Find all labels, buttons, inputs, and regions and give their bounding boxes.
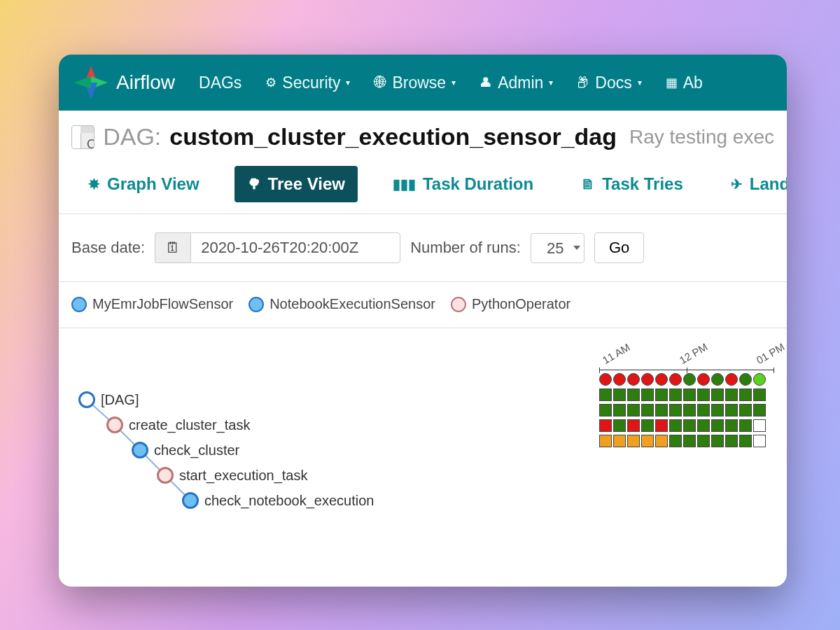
status-cell[interactable] (711, 388, 724, 401)
status-cell[interactable] (739, 419, 752, 432)
status-cell[interactable] (669, 373, 682, 386)
status-cell[interactable] (613, 435, 626, 447)
status-cell[interactable] (599, 404, 612, 416)
legend-label: PythonOperator (472, 296, 570, 312)
status-cell[interactable] (669, 435, 682, 447)
status-cell[interactable] (655, 419, 668, 432)
status-cell[interactable] (711, 373, 724, 386)
status-cell[interactable] (725, 373, 738, 386)
status-cell[interactable] (697, 388, 710, 401)
status-cell[interactable] (641, 373, 654, 386)
task-dot-icon (182, 492, 199, 509)
status-cell[interactable] (599, 419, 612, 432)
status-cell[interactable] (753, 388, 766, 401)
status-cell[interactable] (627, 373, 640, 386)
status-cell[interactable] (697, 373, 710, 386)
status-cell[interactable] (669, 388, 682, 401)
nav-about[interactable]: ▦ Ab (666, 74, 703, 92)
status-cell[interactable] (711, 419, 724, 432)
tab-task-tries[interactable]: 🗎 Task Tries (568, 166, 696, 202)
status-cell[interactable] (739, 373, 752, 386)
legend-label: NotebookExecutionSensor (270, 296, 435, 312)
status-cell[interactable] (599, 435, 612, 447)
tab-tries-label: Task Tries (602, 174, 683, 194)
bar-chart-icon: ▮▮▮ (393, 176, 416, 192)
tab-landing-times[interactable]: ✈︎ Landing Times (718, 166, 787, 202)
tab-landing-label: Landing Times (750, 174, 787, 194)
status-cell[interactable] (725, 419, 738, 432)
tree-node-label: start_execution_task (179, 468, 307, 484)
time-tick: 11 AM (601, 356, 607, 366)
legend-swatch (248, 297, 264, 312)
status-cell[interactable] (697, 435, 710, 447)
status-cell[interactable] (669, 419, 682, 432)
status-cell[interactable] (641, 388, 654, 401)
status-cell[interactable] (753, 373, 766, 386)
status-cell[interactable] (669, 404, 682, 416)
num-runs-select[interactable]: 25 (531, 233, 584, 263)
status-cell[interactable] (641, 419, 654, 432)
tree-node[interactable]: check_notebook_execution (182, 492, 374, 509)
status-cell[interactable] (655, 404, 668, 416)
tree-node[interactable]: start_execution_task (157, 467, 307, 484)
status-cell[interactable] (613, 373, 626, 386)
chevron-down-icon: ▾ (346, 78, 350, 88)
status-cell[interactable] (683, 373, 696, 386)
tree-node[interactable]: check_cluster (132, 442, 239, 458)
status-cell[interactable] (739, 388, 752, 401)
base-date-input[interactable] (190, 232, 400, 263)
status-cell[interactable] (599, 373, 612, 386)
tab-graph-label: Graph View (107, 174, 200, 194)
page: Off DAG: custom_cluster_execution_sensor… (59, 111, 787, 538)
status-cell[interactable] (627, 404, 640, 416)
status-cell[interactable] (725, 404, 738, 416)
calendar-icon[interactable]: 🗓︎ (155, 232, 190, 263)
legend-label: MyEmrJobFlowSensor (92, 296, 233, 312)
nav-admin[interactable]: 👤︎ Admin ▾ (479, 74, 553, 92)
status-cell[interactable] (627, 388, 640, 401)
status-cell[interactable] (641, 435, 654, 447)
status-cell[interactable] (683, 419, 696, 432)
status-cell[interactable] (697, 419, 710, 432)
status-cell[interactable] (697, 404, 710, 416)
status-cell[interactable] (753, 435, 766, 447)
status-cell[interactable] (683, 435, 696, 447)
status-cell[interactable] (683, 404, 696, 416)
brand[interactable]: Airflow (73, 64, 175, 101)
nav-browse-label: Browse (392, 74, 446, 92)
status-row (599, 404, 774, 416)
status-cell[interactable] (655, 435, 668, 447)
nav-browse[interactable]: 🌐︎ Browse ▾ (374, 74, 456, 92)
nav-docs[interactable]: 📦︎ Docs ▾ (577, 74, 641, 92)
status-cell[interactable] (627, 435, 640, 447)
status-cell[interactable] (599, 388, 612, 401)
tree-node[interactable]: create_cluster_task (106, 416, 250, 433)
status-cell[interactable] (753, 404, 766, 416)
dag-toggle[interactable]: Off (71, 125, 94, 149)
status-cell[interactable] (641, 404, 654, 416)
status-cell[interactable] (739, 435, 752, 447)
status-cell[interactable] (613, 419, 626, 432)
nav-dags[interactable]: DAGs (199, 74, 241, 92)
status-cell[interactable] (655, 388, 668, 401)
tree-node[interactable]: [DAG] (78, 391, 139, 408)
status-cell[interactable] (711, 404, 724, 416)
plane-icon: ✈︎ (731, 176, 743, 192)
tree-node-label: [DAG] (101, 392, 139, 408)
tab-task-duration[interactable]: ▮▮▮ Task Duration (380, 166, 546, 202)
status-cell[interactable] (753, 419, 766, 432)
status-cell[interactable] (683, 388, 696, 401)
tab-graph-view[interactable]: ✸ Graph View (76, 166, 212, 202)
status-cell[interactable] (711, 435, 724, 447)
status-cell[interactable] (627, 419, 640, 432)
go-button[interactable]: Go (594, 232, 644, 263)
status-cell[interactable] (739, 404, 752, 416)
status-cell[interactable] (613, 404, 626, 416)
tab-tree-view[interactable]: 🌳︎ Tree View (234, 166, 358, 202)
file-chart-icon: 🗎 (581, 176, 595, 192)
status-cell[interactable] (613, 388, 626, 401)
status-cell[interactable] (655, 373, 668, 386)
nav-security[interactable]: ⚙︎ Security ▾ (265, 74, 350, 92)
status-cell[interactable] (725, 388, 738, 401)
status-cell[interactable] (725, 435, 738, 447)
